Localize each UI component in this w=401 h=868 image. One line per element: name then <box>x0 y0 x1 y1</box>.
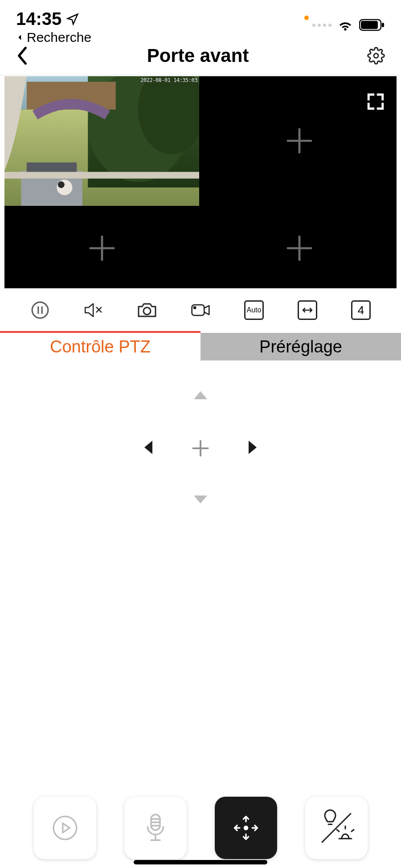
tab-ptz-label: Contrôle PTZ <box>50 337 151 356</box>
caret-right-icon <box>248 440 258 455</box>
playback-toolbar: Auto 4 <box>0 288 401 331</box>
status-time: 14:35 <box>16 9 61 29</box>
videocam-icon <box>190 302 211 319</box>
tab-ptz[interactable]: Contrôle PTZ <box>0 331 200 360</box>
caret-up-icon <box>193 390 208 400</box>
camera-feed-thumbnail <box>4 76 199 206</box>
cellular-signal-icon <box>312 24 331 27</box>
ptz-zoom-button[interactable] <box>164 412 237 485</box>
title-bar: Porte avant <box>0 40 401 75</box>
svg-rect-1 <box>361 21 378 29</box>
svg-point-3 <box>374 53 378 58</box>
video-grid: 2022-08-01 14:35:03 <box>4 76 397 288</box>
microphone-button[interactable] <box>124 797 187 859</box>
aspect-ratio-icon <box>298 300 317 320</box>
fullscreen-button[interactable] <box>366 92 385 111</box>
aspect-ratio-button[interactable] <box>297 300 318 320</box>
caret-down-icon <box>193 495 208 504</box>
svg-point-13 <box>58 181 65 188</box>
ptz-down-button[interactable] <box>193 495 208 506</box>
svg-point-15 <box>32 302 48 318</box>
ptz-control-area <box>0 360 401 522</box>
breadcrumb-label: Recherche <box>27 30 91 45</box>
light-alarm-icon <box>314 806 359 850</box>
tab-preset-label: Préréglage <box>259 337 342 356</box>
camera-icon <box>137 301 157 319</box>
snapshot-button[interactable] <box>137 300 157 320</box>
svg-line-35 <box>322 814 351 842</box>
record-button[interactable] <box>190 300 211 320</box>
gear-icon <box>367 47 385 65</box>
ptz-left-button[interactable] <box>143 440 153 457</box>
svg-point-34 <box>244 826 247 829</box>
add-camera-icon <box>284 233 315 264</box>
back-button[interactable] <box>16 46 29 66</box>
svg-line-23 <box>150 398 175 423</box>
quality-label: Auto <box>244 300 264 320</box>
video-cell-3[interactable] <box>4 209 199 288</box>
battery-icon <box>359 19 385 31</box>
grid-layout-button[interactable]: 4 <box>351 300 371 320</box>
svg-line-25 <box>150 474 175 499</box>
chevron-left-icon <box>16 33 24 41</box>
tab-preset[interactable]: Préréglage <box>200 333 401 360</box>
home-indicator[interactable] <box>134 860 267 864</box>
svg-rect-21 <box>192 305 205 315</box>
svg-point-27 <box>53 816 77 839</box>
light-alarm-button[interactable] <box>305 797 368 859</box>
divider <box>0 75 401 75</box>
microphone-icon <box>143 812 168 843</box>
recording-indicator-dot <box>304 16 309 20</box>
mute-button[interactable] <box>83 300 104 320</box>
add-camera-icon <box>86 233 118 264</box>
play-circle-icon <box>51 814 79 842</box>
bottom-action-bar <box>0 797 401 859</box>
wifi-icon <box>338 19 353 31</box>
video-cell-2[interactable] <box>202 76 397 206</box>
svg-point-20 <box>143 307 151 315</box>
svg-rect-14 <box>4 172 199 179</box>
svg-rect-2 <box>382 23 384 27</box>
ptz-up-button[interactable] <box>193 390 208 402</box>
ptz-move-button[interactable] <box>215 797 277 859</box>
speaker-muted-icon <box>83 301 104 319</box>
pause-icon <box>31 301 49 319</box>
tab-bar: Contrôle PTZ Préréglage <box>0 331 401 360</box>
svg-line-38 <box>337 830 339 831</box>
ptz-wheel <box>127 375 274 522</box>
settings-button[interactable] <box>367 47 385 65</box>
video-cell-1[interactable]: 2022-08-01 14:35:03 <box>4 76 199 206</box>
page-title: Porte avant <box>29 45 367 66</box>
status-bar: 14:35 Recherche <box>0 0 401 40</box>
add-camera-icon <box>284 125 315 156</box>
fullscreen-icon <box>366 92 385 111</box>
svg-line-26 <box>226 474 251 499</box>
video-cell-4[interactable] <box>202 209 397 288</box>
svg-line-39 <box>352 830 354 831</box>
location-arrow-icon <box>66 12 79 26</box>
video-timestamp-overlay: 2022-08-01 14:35:03 <box>140 77 197 83</box>
grid-layout-label: 4 <box>351 300 371 320</box>
plus-icon <box>189 437 212 459</box>
playback-button[interactable] <box>34 797 96 859</box>
svg-point-12 <box>57 180 72 195</box>
quality-auto-button[interactable]: Auto <box>244 300 264 320</box>
caret-left-icon <box>143 440 153 455</box>
svg-line-24 <box>226 398 251 423</box>
pause-button[interactable] <box>30 300 50 320</box>
breadcrumb-back[interactable]: Recherche <box>16 30 91 45</box>
move-arrows-icon <box>231 813 261 843</box>
chevron-left-icon <box>16 46 29 66</box>
ptz-right-button[interactable] <box>248 440 258 457</box>
svg-point-22 <box>194 307 196 308</box>
